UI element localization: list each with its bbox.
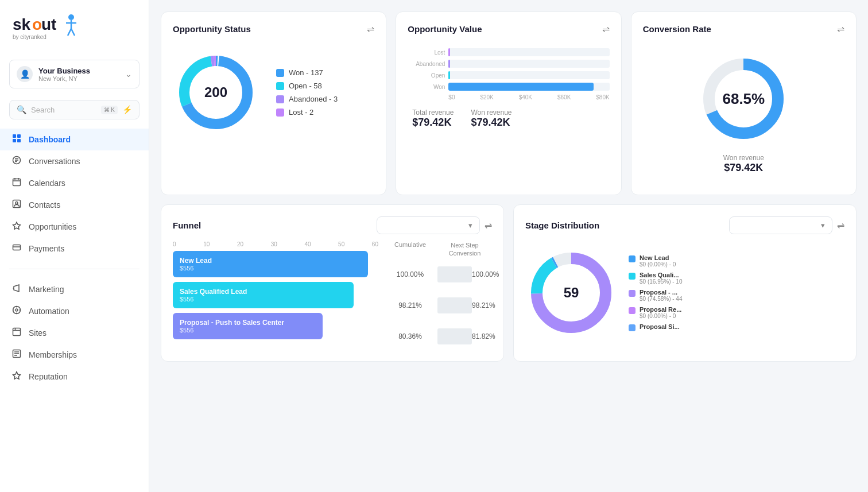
legend-won-color [276,69,284,77]
stage-dropdown-chevron: ▾ [821,221,825,230]
opp-value-filter-icon[interactable]: ⇌ [602,24,610,34]
svg-point-19 [16,309,18,311]
funnel-dropdown[interactable]: ▾ [377,216,480,234]
stage-dist-title: Stage Distribution [525,220,599,230]
sidebar: sk o ut by cityranked 👤 Your Business Ne… [0,0,149,492]
payments-label: Payments [29,244,64,253]
stage-text-4: Proposal Si... [640,323,680,330]
conversations-label: Conversations [29,157,80,166]
funnel-col-next-step: Next StepConversion [437,241,492,258]
nav-primary: Dashboard Conversations Calendars Contac… [0,124,149,264]
bottom-cards-grid: Funnel ▾ ⇌ 0 10 20 [161,204,857,362]
funnel-card: Funnel ▾ ⇌ 0 10 20 [161,204,504,362]
legend-lost-label: Lost - 2 [289,108,313,117]
stage-legend-3: Proposal Re... $0 (0.00%) - 0 [629,306,683,319]
legend-won: Won - 137 [276,68,338,77]
stage-color-2 [629,290,636,297]
svg-text:sk: sk [13,16,31,33]
sidebar-item-marketing[interactable]: Marketing [0,278,149,300]
stage-color-4 [629,324,636,331]
bar-label-abandoned: Abandoned [408,61,445,67]
search-bar[interactable]: 🔍 Search ⌘ K ⚡ [9,100,140,119]
nav-secondary: Marketing Automation Sites Memberships R… [0,274,149,392]
funnel-cumul-2: 80.36% [383,332,437,340]
funnel-table-row-1: 98.21% 98.21% [383,292,492,319]
business-avatar: 👤 [17,66,33,82]
stage-text-0: New Lead $0 (0.00%) - 0 [640,254,676,268]
fx-60: 60 [372,241,378,247]
funnel-filter-icon[interactable]: ⇌ [485,220,492,231]
stage-dropdown[interactable]: ▾ [729,216,832,234]
funnel-bar-cell-2 [437,328,472,344]
bar-label-lost: Lost [408,49,445,56]
sites-icon [11,327,22,339]
legend-open-color [276,82,284,90]
funnel-bar-new-lead: New Lead $556 [173,251,368,277]
sidebar-item-reputation[interactable]: Reputation [0,366,149,388]
x-label-20k: $20K [480,94,493,100]
sidebar-item-calendars[interactable]: Calendars [0,172,149,194]
business-selector[interactable]: 👤 Your Business New York, NY ⌄ [9,60,140,88]
funnel-next-2: 81.82% [472,332,492,340]
status-total: 200 [204,84,227,100]
sidebar-item-sites[interactable]: Sites [0,322,149,344]
opportunity-value-card: Opportunity Value ⇌ Lost Abandone [396,11,621,195]
svg-rect-12 [17,139,21,142]
stage-color-1 [629,273,636,280]
conv-rate-header: Conversion Rate ⇌ [643,24,844,34]
logo-area: sk o ut by cityranked [0,0,149,53]
bar-new-lead-label: New Lead [180,257,361,265]
svg-point-3 [68,14,74,20]
conversion-rate-title: Conversion Rate [643,24,711,34]
opportunities-icon [11,221,22,233]
conv-rate-filter-icon[interactable]: ⇌ [837,24,844,34]
fx-10: 10 [203,241,210,247]
fx-0: 0 [173,241,176,247]
won-revenue-label: Won revenue [471,109,512,117]
sidebar-item-opportunities[interactable]: Opportunities [0,216,149,238]
sidebar-item-automation[interactable]: Automation [0,300,149,322]
opp-value-header: Opportunity Value ⇌ [408,24,609,34]
opportunity-status-card: Opportunity Status ⇌ [161,11,386,195]
funnel-bar-cell-1 [437,297,472,313]
funnel-next-1: 98.21% [472,301,492,309]
search-icon: 🔍 [17,105,26,114]
funnel-cumul-0: 100.00% [383,270,437,278]
funnel-dropdown-chevron: ▾ [468,221,472,230]
sidebar-item-dashboard[interactable]: Dashboard [0,129,149,150]
svg-rect-10 [17,134,21,138]
status-legend: Won - 137 Open - 58 Abandoned - 3 Lost -… [276,68,338,117]
stage-legend-2: Proposal - ... $0 (74.58%) - 44 [629,289,683,302]
lightning-icon: ⚡ [122,105,132,114]
stage-filter-icon[interactable]: ⇌ [837,220,844,231]
funnel-bars: New Lead $556 Sales Qualified Lead $556 … [173,251,378,339]
sidebar-item-contacts[interactable]: Contacts [0,194,149,216]
fx-40: 40 [304,241,311,247]
stage-color-0 [629,255,636,262]
conv-won-value: $79.42K [723,162,764,174]
conversion-donut: 68.5% [698,53,789,145]
logo-svg: sk o ut by cityranked [11,11,92,41]
search-shortcut: ⌘ K [101,106,118,114]
legend-won-label: Won - 137 [289,68,323,77]
total-revenue: Total revenue $79.42K [412,109,454,129]
stage-legend-1: Sales Quali... $0 (16.95%) - 10 [629,272,683,285]
conversion-value: 68.5% [722,90,765,108]
won-revenue-value: $79.42K [471,117,512,129]
bar-sql-val: $556 [180,296,347,303]
sidebar-item-conversations[interactable]: Conversations [0,150,149,172]
svg-line-7 [71,29,75,36]
legend-abandoned-label: Abandoned - 3 [289,95,338,103]
status-donut: 200 [173,49,259,135]
funnel-body: 0 10 20 30 40 50 60 New Lead $556 [173,241,492,350]
bar-new-lead-val: $556 [180,265,361,272]
sidebar-item-payments[interactable]: Payments [0,238,149,259]
filter-icon[interactable]: ⇌ [367,24,374,34]
legend-open: Open - 58 [276,82,338,90]
marketing-label: Marketing [29,285,64,294]
sidebar-item-memberships[interactable]: Memberships [0,344,149,366]
search-label: Search [31,106,96,114]
contacts-label: Contacts [29,200,60,210]
x-label-80k: $80K [596,94,609,100]
calendars-icon [11,177,22,189]
